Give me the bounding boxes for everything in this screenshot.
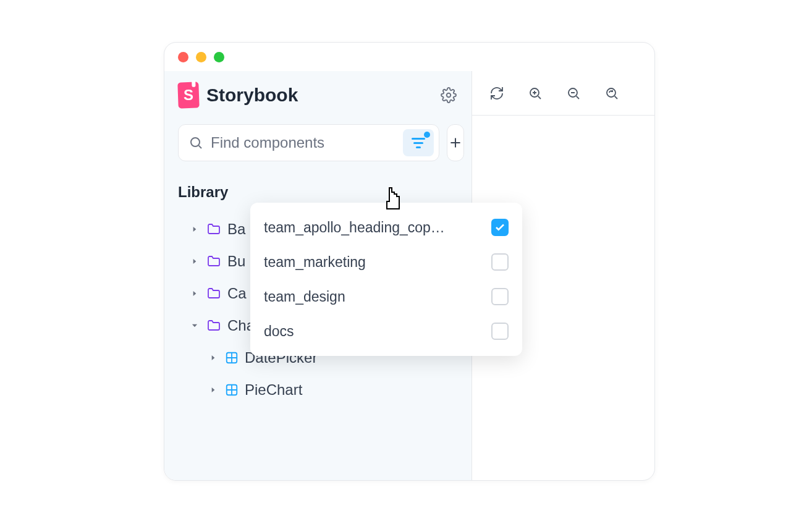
section-label: Library bbox=[178, 184, 458, 201]
zoom-in-icon bbox=[528, 86, 543, 101]
checkbox-unchecked[interactable] bbox=[491, 288, 509, 305]
traffic-light-close[interactable] bbox=[178, 52, 188, 62]
search-input[interactable] bbox=[211, 134, 395, 151]
chevron-right-icon bbox=[189, 225, 200, 234]
filter-dropdown: team_apollo_heading_cop… team_marketing … bbox=[250, 203, 522, 356]
checkbox-unchecked[interactable] bbox=[491, 253, 509, 271]
zoom-reset-icon bbox=[604, 86, 619, 101]
filter-button[interactable] bbox=[403, 129, 434, 156]
preview-toolbar bbox=[472, 71, 654, 116]
folder-icon bbox=[206, 222, 221, 237]
chevron-right-icon bbox=[208, 353, 219, 362]
checkbox-checked[interactable] bbox=[491, 219, 509, 236]
check-icon bbox=[494, 222, 505, 233]
zoom-in-button[interactable] bbox=[527, 85, 544, 102]
filter-icon bbox=[412, 138, 425, 148]
gear-icon bbox=[441, 87, 457, 103]
sync-button[interactable] bbox=[488, 85, 505, 102]
tree-component[interactable]: PieChart bbox=[178, 376, 458, 404]
svg-line-16 bbox=[577, 96, 579, 98]
filter-option-label: team_marketing bbox=[264, 254, 366, 271]
filter-active-indicator bbox=[424, 132, 430, 138]
tree-item-label: Ca bbox=[227, 285, 247, 302]
component-icon bbox=[225, 351, 239, 365]
folder-icon bbox=[206, 254, 221, 269]
traffic-light-minimize[interactable] bbox=[196, 52, 206, 62]
filter-option[interactable]: team_design bbox=[250, 279, 522, 314]
chevron-right-icon bbox=[189, 257, 200, 266]
tree-item-label: Ba bbox=[227, 221, 245, 238]
traffic-light-zoom[interactable] bbox=[214, 52, 224, 62]
filter-option-label: team_apollo_heading_cop… bbox=[264, 219, 445, 236]
zoom-reset-button[interactable] bbox=[603, 85, 620, 102]
svg-line-12 bbox=[538, 96, 541, 98]
search-icon bbox=[188, 135, 203, 150]
svg-line-2 bbox=[199, 146, 201, 148]
chevron-right-icon bbox=[208, 386, 219, 394]
chevron-right-icon bbox=[189, 289, 200, 298]
brand-row: S Storybook bbox=[178, 82, 458, 108]
filter-option[interactable]: team_marketing bbox=[250, 245, 522, 279]
checkbox-unchecked[interactable] bbox=[491, 323, 509, 340]
add-button[interactable] bbox=[447, 124, 464, 161]
svg-point-1 bbox=[191, 138, 200, 146]
plus-icon bbox=[447, 135, 463, 151]
brand: S Storybook bbox=[178, 82, 298, 108]
folder-icon bbox=[206, 286, 221, 301]
window-titlebar bbox=[164, 43, 654, 71]
svg-line-19 bbox=[615, 96, 617, 98]
filter-option-label: team_design bbox=[264, 289, 345, 305]
zoom-out-icon bbox=[566, 86, 581, 101]
chevron-down-icon bbox=[189, 321, 200, 330]
folder-icon bbox=[206, 318, 221, 333]
search-row bbox=[178, 124, 458, 161]
svg-point-18 bbox=[607, 88, 615, 97]
search-box[interactable] bbox=[178, 124, 439, 161]
filter-option-label: docs bbox=[264, 323, 294, 340]
svg-point-0 bbox=[447, 93, 451, 98]
filter-option[interactable]: docs bbox=[250, 314, 522, 349]
sync-icon bbox=[489, 86, 504, 101]
storybook-logo-icon: S bbox=[177, 82, 199, 108]
zoom-out-button[interactable] bbox=[565, 85, 582, 102]
filter-option[interactable]: team_apollo_heading_cop… bbox=[250, 210, 522, 245]
tree-item-label: PieChart bbox=[245, 381, 302, 399]
component-icon bbox=[225, 383, 239, 397]
brand-title: Storybook bbox=[206, 85, 298, 106]
tree-item-label: Bu bbox=[227, 253, 245, 270]
settings-button[interactable] bbox=[439, 86, 458, 104]
